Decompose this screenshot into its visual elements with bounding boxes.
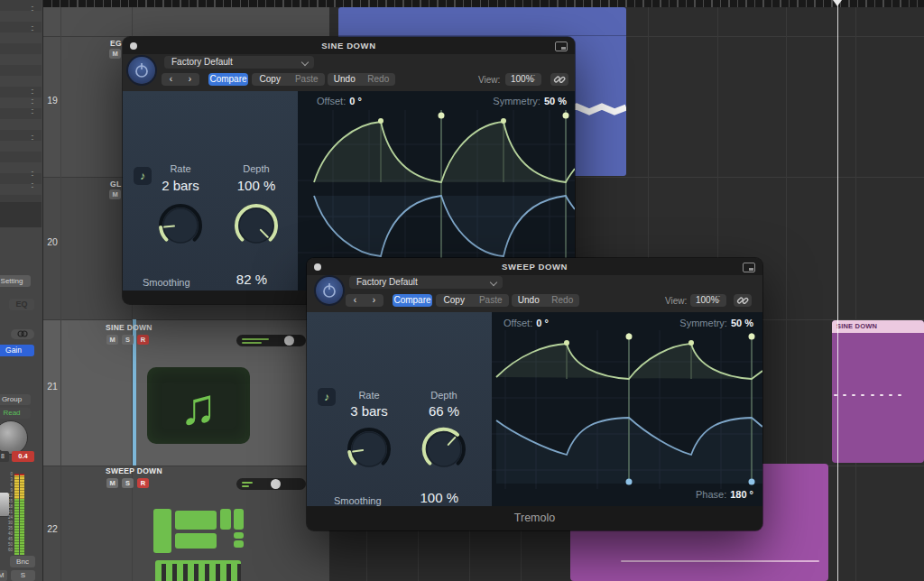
- solo-button[interactable]: S: [122, 335, 134, 345]
- playhead-marker[interactable]: [833, 0, 842, 6]
- offset-readout[interactable]: Offset:0 °: [504, 318, 549, 328]
- window-mode-icon[interactable]: [555, 42, 568, 51]
- redo-button[interactable]: Redo: [362, 73, 396, 86]
- slot-stepper-icon[interactable]: ˆˇ: [28, 90, 37, 97]
- preset-dropdown[interactable]: Factory Default: [349, 276, 503, 289]
- copy-button[interactable]: Copy: [436, 294, 473, 307]
- record-enable-button[interactable]: R: [137, 478, 149, 488]
- playhead[interactable]: [837, 0, 838, 581]
- prev-preset-button[interactable]: ‹: [162, 73, 180, 86]
- offset-readout[interactable]: Offset:0 °: [317, 96, 362, 106]
- automation-read-button[interactable]: Read: [0, 408, 31, 419]
- track-name[interactable]: SINE DOWN: [106, 323, 152, 332]
- next-preset-button[interactable]: ›: [180, 73, 199, 86]
- solo-button[interactable]: S: [122, 478, 134, 488]
- window-mode-icon[interactable]: [743, 263, 755, 272]
- bar-gridline: [855, 7, 856, 581]
- view-zoom-dropdown[interactable]: 100% ˆˇ: [505, 73, 541, 86]
- mute-button[interactable]: M: [106, 478, 118, 488]
- symmetry-readout[interactable]: Symmetry:50 %: [493, 96, 567, 106]
- channel-setting-button[interactable]: Setting: [0, 275, 31, 287]
- pan-knob[interactable]: [0, 420, 28, 455]
- link-button[interactable]: [550, 73, 568, 86]
- redo-button[interactable]: Redo: [546, 294, 580, 307]
- window-titlebar[interactable]: SWEEP DOWN: [307, 258, 762, 276]
- copy-paste-group: Copy Paste: [436, 294, 509, 307]
- copy-button[interactable]: Copy: [252, 73, 289, 86]
- track-name[interactable]: GL: [110, 180, 121, 189]
- track-name[interactable]: SWEEP DOWN: [106, 466, 162, 475]
- depth-value[interactable]: 66 %: [408, 403, 480, 419]
- track-row-partial[interactable]: [42, 7, 329, 36]
- slot-stepper-icon[interactable]: ˆˇ: [28, 136, 37, 143]
- rate-knob[interactable]: [153, 198, 208, 253]
- track-number[interactable]: 19: [44, 95, 60, 106]
- plugin-footer: Tremolo: [307, 506, 762, 530]
- preset-nav-buttons[interactable]: ‹ ›: [162, 73, 199, 86]
- power-button[interactable]: [316, 277, 343, 304]
- depth-knob[interactable]: [229, 198, 283, 253]
- gain-plugin-slot[interactable]: Gain: [0, 345, 34, 356]
- track-name[interactable]: EG: [110, 39, 122, 48]
- slot-stepper-icon[interactable]: ˆˇ: [28, 110, 37, 117]
- phase-label: Phase:: [696, 489, 726, 500]
- smoothing-value[interactable]: 82 %: [208, 272, 267, 287]
- window-titlebar[interactable]: SINE DOWN: [123, 37, 575, 55]
- bounce-button[interactable]: Bnc: [10, 556, 35, 567]
- stereo-format-button[interactable]: [11, 329, 34, 339]
- compare-button[interactable]: Compare: [393, 294, 432, 307]
- symmetry-label: Symmetry:: [493, 96, 541, 106]
- header-divider: [42, 319, 329, 320]
- header-divider: [42, 466, 329, 466]
- group-button[interactable]: Group: [0, 394, 31, 405]
- phase-readout[interactable]: Phase:180 °: [696, 489, 753, 500]
- undo-button[interactable]: Undo: [328, 73, 362, 86]
- track-volume-slider[interactable]: [236, 335, 306, 346]
- peak-level-badge[interactable]: 0.4: [12, 451, 34, 462]
- paste-button[interactable]: Paste: [473, 294, 510, 307]
- track-volume-slider[interactable]: [236, 478, 306, 490]
- midi-note: [871, 394, 874, 396]
- view-zoom-dropdown[interactable]: 100% ˆˇ: [690, 294, 726, 307]
- link-button[interactable]: [734, 294, 752, 307]
- lfo-waveform-display[interactable]: Offset:0 ° Symmetry:50 % Phase:180 °: [492, 312, 762, 506]
- volume-knob[interactable]: [271, 479, 281, 489]
- mute-button[interactable]: M: [109, 49, 121, 59]
- record-enable-button[interactable]: R: [137, 335, 149, 345]
- compare-button[interactable]: Compare: [208, 73, 248, 86]
- rate-value[interactable]: 2 bars: [144, 178, 217, 193]
- midi-region-sine-down[interactable]: SINE DOWN: [832, 320, 924, 463]
- volume-knob[interactable]: [284, 336, 294, 346]
- paste-button[interactable]: Paste: [289, 73, 326, 86]
- slot-stepper-icon[interactable]: ˆˇ: [28, 184, 37, 191]
- rate-knob[interactable]: [342, 422, 396, 476]
- depth-value[interactable]: 100 %: [220, 178, 292, 193]
- undo-button[interactable]: Undo: [512, 294, 546, 307]
- plugin-window-sweep-down[interactable]: SWEEP DOWN Factory Default ‹ › Compare C…: [307, 258, 762, 530]
- depth-knob[interactable]: [417, 422, 471, 476]
- track-number[interactable]: 22: [44, 523, 60, 534]
- power-button[interactable]: [128, 57, 155, 84]
- preset-nav-buttons[interactable]: ‹ ›: [346, 294, 383, 307]
- slot-stepper-icon[interactable]: ˆˇ: [28, 172, 37, 180]
- symmetry-readout[interactable]: Symmetry:50 %: [679, 318, 753, 328]
- stepper-arrows-icon: ˆˇ: [531, 75, 537, 84]
- track-number[interactable]: 21: [44, 381, 60, 392]
- slot-stepper-icon[interactable]: ˆˇ: [28, 100, 37, 107]
- beat-gridline: [521, 526, 522, 581]
- next-preset-button[interactable]: ›: [365, 294, 383, 307]
- solo-button[interactable]: S: [11, 570, 35, 581]
- region-name-label: SINE DOWN: [832, 320, 924, 333]
- mute-button[interactable]: M: [106, 335, 118, 345]
- mute-button[interactable]: M: [0, 570, 7, 581]
- eq-thumbnail[interactable]: EQ: [9, 299, 34, 310]
- slot-stepper-icon[interactable]: ˆˇ: [28, 7, 37, 14]
- smoothing-value[interactable]: 100 %: [400, 490, 458, 505]
- rate-value[interactable]: 3 bars: [333, 403, 405, 419]
- preset-dropdown[interactable]: Factory Default: [164, 56, 314, 69]
- volume-value[interactable]: 8: [0, 451, 9, 462]
- prev-preset-button[interactable]: ‹: [346, 294, 365, 307]
- track-number[interactable]: 20: [44, 236, 60, 247]
- slot-stepper-icon[interactable]: ˆˇ: [28, 27, 37, 34]
- mute-button[interactable]: M: [109, 189, 121, 199]
